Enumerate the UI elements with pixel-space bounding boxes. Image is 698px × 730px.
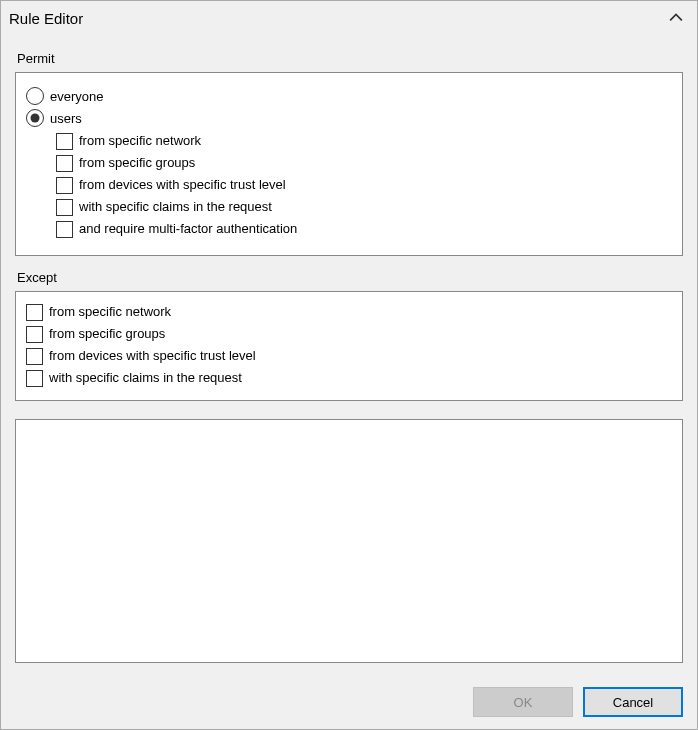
radio-icon <box>26 109 44 127</box>
check-label: from specific network <box>49 302 171 322</box>
checkbox-icon <box>26 304 43 321</box>
except-check-devices-trust[interactable]: from devices with specific trust level <box>26 346 672 366</box>
check-label: from specific groups <box>49 324 165 344</box>
checkbox-icon <box>26 326 43 343</box>
permit-box: everyone users from specific network fro… <box>15 72 683 256</box>
check-label: with specific claims in the request <box>49 368 242 388</box>
checkbox-icon <box>56 155 73 172</box>
check-from-devices-trust[interactable]: from devices with specific trust level <box>56 175 672 195</box>
check-label: and require multi-factor authentication <box>79 219 297 239</box>
user-subchecks: from specific network from specific grou… <box>56 131 672 239</box>
content-area: Permit everyone users from specific netw… <box>1 35 697 673</box>
radio-icon <box>26 87 44 105</box>
check-label: from devices with specific trust level <box>49 346 256 366</box>
collapse-button[interactable] <box>665 7 687 29</box>
checkbox-icon <box>56 221 73 238</box>
radio-users[interactable]: users <box>26 109 672 127</box>
check-label: from devices with specific trust level <box>79 175 286 195</box>
button-row: OK Cancel <box>1 673 697 729</box>
rule-editor-panel: Rule Editor Permit everyone users from s… <box>0 0 698 730</box>
check-require-mfa[interactable]: and require multi-factor authentication <box>56 219 672 239</box>
panel-title: Rule Editor <box>9 10 665 27</box>
checkbox-icon <box>56 177 73 194</box>
ok-button: OK <box>473 687 573 717</box>
checkbox-icon <box>56 199 73 216</box>
details-box <box>15 419 683 663</box>
check-label: with specific claims in the request <box>79 197 272 217</box>
check-from-specific-network[interactable]: from specific network <box>56 131 672 151</box>
except-check-claims[interactable]: with specific claims in the request <box>26 368 672 388</box>
permit-label: Permit <box>17 51 683 66</box>
chevron-up-icon <box>669 11 683 25</box>
check-specific-claims[interactable]: with specific claims in the request <box>56 197 672 217</box>
radio-label: users <box>50 111 82 126</box>
checkbox-icon <box>26 348 43 365</box>
check-label: from specific groups <box>79 153 195 173</box>
cancel-button[interactable]: Cancel <box>583 687 683 717</box>
check-label: from specific network <box>79 131 201 151</box>
except-check-network[interactable]: from specific network <box>26 302 672 322</box>
except-label: Except <box>17 270 683 285</box>
except-check-groups[interactable]: from specific groups <box>26 324 672 344</box>
radio-label: everyone <box>50 89 103 104</box>
checkbox-icon <box>26 370 43 387</box>
radio-everyone[interactable]: everyone <box>26 87 672 105</box>
title-row: Rule Editor <box>1 1 697 35</box>
checkbox-icon <box>56 133 73 150</box>
check-from-specific-groups[interactable]: from specific groups <box>56 153 672 173</box>
except-box: from specific network from specific grou… <box>15 291 683 401</box>
